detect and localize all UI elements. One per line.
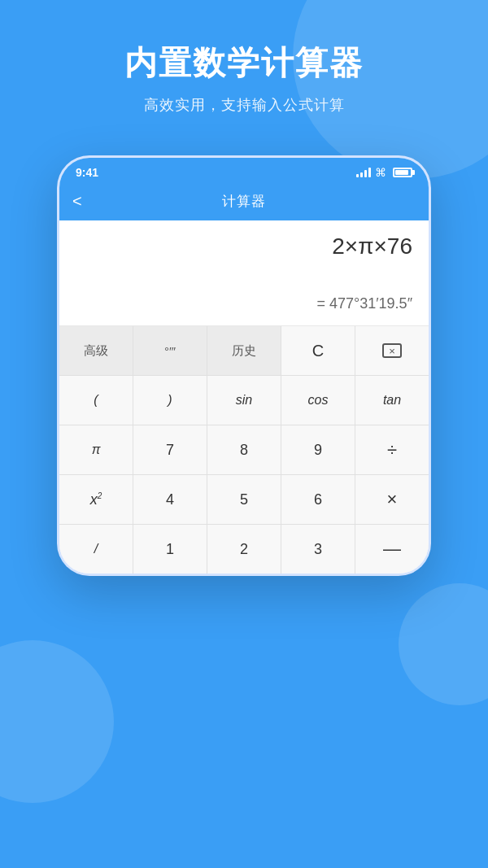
- key-sin[interactable]: sin: [207, 376, 281, 425]
- status-time: 9:41: [76, 166, 98, 179]
- app-header: < 计算器: [59, 185, 429, 220]
- key-delete[interactable]: [355, 326, 429, 375]
- battery-icon: [393, 168, 412, 177]
- key-multiply[interactable]: ×: [355, 475, 429, 524]
- phone-mockup: 9:41 ⌘ < 计算器 2×π×76 = 477°31′19: [0, 155, 488, 576]
- key-2[interactable]: 2: [207, 525, 281, 574]
- key-8[interactable]: 8: [207, 425, 281, 474]
- key-4[interactable]: 4: [133, 475, 207, 524]
- status-bar: 9:41 ⌘: [59, 158, 429, 185]
- signal-icon: [356, 168, 371, 177]
- promo-header: 内置数学计算器 高效实用，支持输入公式计算: [0, 0, 488, 139]
- key-6[interactable]: 6: [281, 475, 355, 524]
- key-clear[interactable]: C: [281, 326, 355, 375]
- key-3[interactable]: 3: [281, 525, 355, 574]
- key-row-5: / 1 2 3 —: [59, 525, 429, 574]
- key-paren-close[interactable]: ): [133, 376, 207, 425]
- key-row-2: ( ) sin cos tan: [59, 376, 429, 425]
- wifi-icon: ⌘: [375, 166, 386, 179]
- key-slash[interactable]: /: [59, 525, 133, 574]
- key-divide[interactable]: ÷: [355, 425, 429, 474]
- key-advanced[interactable]: 高级: [59, 326, 133, 375]
- key-square[interactable]: x2: [59, 475, 133, 524]
- bg-decoration-3: [399, 583, 488, 705]
- key-paren-open[interactable]: (: [59, 376, 133, 425]
- app-title: 计算器: [222, 192, 266, 211]
- main-title: 内置数学计算器: [24, 41, 464, 85]
- key-1[interactable]: 1: [133, 525, 207, 574]
- calculator-keyboard: 高级 °′″ 历史 C (: [59, 326, 429, 574]
- display-area: 2×π×76 = 477°31′19.5″: [59, 220, 429, 326]
- key-degrees[interactable]: °′″: [133, 326, 207, 375]
- phone-frame: 9:41 ⌘ < 计算器 2×π×76 = 477°31′19: [57, 155, 431, 576]
- input-expression: 2×π×76: [76, 233, 412, 260]
- key-row-3: π 7 8 9 ÷: [59, 425, 429, 475]
- delete-icon: [382, 343, 402, 358]
- key-pi[interactable]: π: [59, 425, 133, 474]
- key-cos[interactable]: cos: [281, 376, 355, 425]
- key-9[interactable]: 9: [281, 425, 355, 474]
- sub-title: 高效实用，支持输入公式计算: [24, 95, 464, 115]
- key-history[interactable]: 历史: [207, 326, 281, 375]
- key-minus[interactable]: —: [355, 525, 429, 574]
- key-tan[interactable]: tan: [355, 376, 429, 425]
- key-row-1: 高级 °′″ 历史 C: [59, 326, 429, 376]
- result-expression: = 477°31′19.5″: [76, 295, 412, 312]
- key-row-4: x2 4 5 6 ×: [59, 475, 429, 525]
- bg-decoration-2: [0, 640, 114, 803]
- status-icons: ⌘: [356, 166, 412, 179]
- key-5[interactable]: 5: [207, 475, 281, 524]
- key-7[interactable]: 7: [133, 425, 207, 474]
- back-button[interactable]: <: [72, 192, 82, 211]
